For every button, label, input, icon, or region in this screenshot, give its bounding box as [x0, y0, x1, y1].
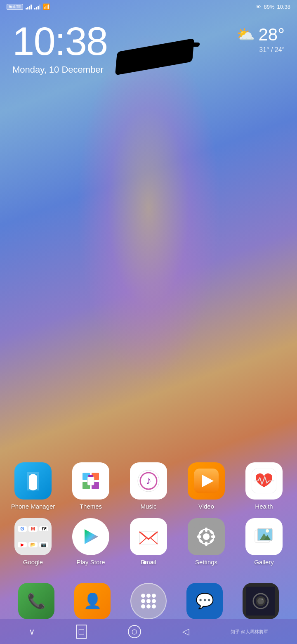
status-bar: VoLTE 📶 👁 89% 10:38 — [0, 0, 297, 13]
dock-messages[interactable]: 💬 — [186, 583, 223, 619]
svg-point-35 — [266, 529, 269, 533]
dock-camera-icon — [243, 583, 279, 619]
nav-recent[interactable]: □ — [76, 625, 87, 639]
svg-point-43 — [146, 604, 151, 608]
music-label: Music — [140, 503, 156, 510]
svg-point-38 — [152, 594, 156, 598]
dock-contacts[interactable]: 👤 — [74, 583, 111, 619]
battery-level: 89% — [264, 4, 274, 10]
settings-icon — [188, 518, 225, 555]
weather-widget: ⛅ 28° 31° / 24° — [236, 25, 285, 54]
gallery-icon — [245, 518, 283, 555]
dock-phone[interactable]: 📞 — [18, 583, 54, 619]
app-video[interactable]: Video — [182, 462, 231, 510]
status-left: VoLTE 📶 — [7, 3, 50, 10]
nav-bar: ∨ □ ○ ◁ 知乎 @大馬林將軍 — [0, 619, 297, 644]
svg-point-41 — [152, 599, 156, 603]
playstore-icon — [72, 518, 109, 555]
dock-drawer-icon — [130, 583, 167, 619]
nav-home[interactable]: ○ — [128, 625, 141, 638]
phone-manager-label: Phone Manager — [11, 503, 55, 510]
dock-messages-icon: 💬 — [186, 583, 223, 619]
app-phone-manager[interactable]: Phone Manager — [8, 462, 58, 510]
svg-rect-21 — [205, 528, 207, 532]
google-folder-icon: G M 🗺 ▶ 📂 📷 — [14, 518, 52, 555]
themes-label: Themes — [80, 503, 102, 510]
svg-rect-22 — [205, 542, 207, 546]
dock-phone-icon: 📞 — [18, 583, 54, 619]
weather-icon: ⛅ — [236, 26, 255, 43]
page-dot-2 — [151, 561, 154, 564]
signal-bars-1 — [26, 4, 32, 9]
signal-bars-2 — [34, 4, 40, 9]
svg-rect-23 — [197, 535, 201, 538]
svg-rect-4 — [87, 477, 94, 485]
svg-point-48 — [257, 598, 264, 604]
dock-app-drawer[interactable] — [130, 583, 167, 619]
wifi-icon: 📶 — [43, 3, 50, 10]
video-label: Video — [198, 503, 214, 510]
app-themes[interactable]: Themes — [66, 462, 116, 510]
watermark: 知乎 @大馬林將軍 — [231, 629, 268, 635]
main-date: Monday, 10 December — [12, 64, 285, 75]
eye-icon: 👁 — [256, 4, 261, 10]
nav-back[interactable]: ◁ — [182, 626, 189, 637]
svg-rect-5 — [88, 475, 93, 477]
app-health[interactable]: Health — [239, 462, 289, 510]
page-dot-1 — [143, 561, 146, 564]
weather-top: ⛅ 28° — [236, 25, 285, 45]
svg-point-49 — [262, 599, 263, 600]
status-right: 👁 89% 10:38 — [256, 4, 290, 10]
page-indicators — [0, 555, 297, 571]
email-icon — [130, 518, 167, 555]
nav-down[interactable]: ∨ — [29, 627, 35, 637]
svg-point-44 — [152, 604, 156, 608]
svg-rect-24 — [211, 535, 215, 538]
svg-point-20 — [203, 533, 210, 540]
phone-manager-icon — [14, 462, 52, 500]
svg-point-36 — [141, 594, 145, 598]
health-label: Health — [255, 503, 273, 510]
app-row-1: Phone Manager Themes — [0, 462, 297, 510]
app-music[interactable]: ♪ Music — [124, 462, 173, 510]
svg-point-42 — [141, 604, 145, 608]
video-icon — [188, 462, 225, 500]
music-icon: ♪ — [130, 462, 167, 500]
status-time: 10:38 — [277, 4, 290, 10]
weather-temp: 28° — [258, 25, 285, 45]
themes-icon — [72, 462, 109, 500]
apps-container: Phone Manager Themes — [0, 462, 297, 570]
svg-point-40 — [146, 599, 151, 603]
svg-text:♪: ♪ — [146, 474, 151, 487]
weather-range: 31° / 24° — [236, 46, 285, 54]
svg-point-39 — [141, 599, 145, 603]
dock-camera[interactable] — [243, 583, 279, 619]
dock-contacts-icon: 👤 — [74, 583, 111, 619]
health-icon — [245, 462, 283, 500]
svg-point-37 — [146, 594, 151, 598]
volte-badge: VoLTE — [7, 4, 23, 10]
dock: 📞 👤 💬 — [0, 583, 297, 619]
